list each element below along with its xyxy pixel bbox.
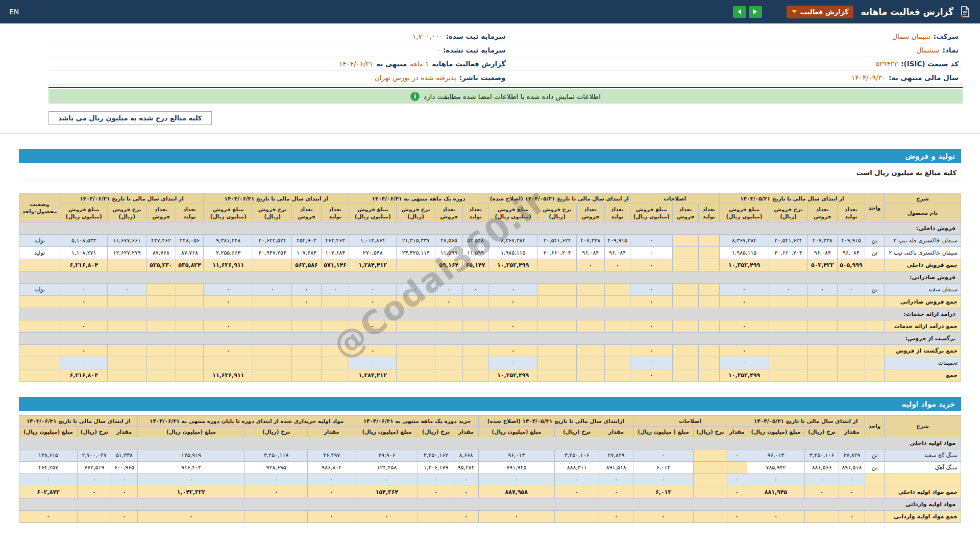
next-report-button[interactable]	[749, 6, 762, 18]
value-cell	[769, 369, 808, 381]
value-cell: ۲۰,۶۶۰,۲۰۴	[538, 246, 577, 259]
unit-cell: تن	[865, 246, 885, 259]
section-label: فروش صادراتی:	[19, 271, 961, 283]
info-value: پذیرفته شده در بورس تهران	[375, 73, 456, 82]
info-value: ۱۴۰۴/۰۶/۳۱	[339, 60, 373, 68]
language-toggle[interactable]: EN	[9, 8, 19, 16]
status-cell	[19, 357, 60, 369]
info-row: سال مالی منتهی به: ۱۴۰۴/۰۹/۳۰ وضعیت ناشر…	[48, 71, 963, 85]
row-label: جمع فروش صادراتی	[885, 295, 961, 308]
value-cell: ۰	[60, 357, 108, 369]
value-cell: ۰	[418, 473, 454, 486]
report-document-icon[interactable]	[959, 6, 971, 18]
info-issuer-status: وضعیت ناشر: پذیرفته شده در بورس تهران	[53, 73, 506, 82]
value-cell	[673, 344, 699, 357]
value-cell	[807, 344, 837, 357]
info-value: ۱۴۰۴/۰۹/۳۰	[851, 73, 886, 82]
value-cell: ۱۱,۵۹۹	[462, 246, 488, 259]
value-cell: ۰	[435, 295, 462, 308]
section-row: برگشت از فروش:	[19, 332, 961, 344]
info-isic-code: کد صنعت (ISIC): ۵۳۹۴۲۳	[506, 60, 959, 68]
value-cell: ۱۱,۶۳۶,۹۱۱	[204, 259, 253, 271]
value-cell: ۱۰۷,۶۸۳	[291, 246, 321, 259]
value-cell: ۲۷۰,۵۴۸	[349, 246, 397, 259]
value-cell: ۲,۷۰۰,۰۴۷	[78, 449, 111, 461]
value-cell: ۶۵,۱۴۷	[462, 259, 488, 271]
value-cell: ۰	[60, 295, 108, 308]
header-subcol: تعداد تولید	[698, 204, 719, 222]
table-row: جمع فروش صادراتی۰۰۰۰۰۰۰۰	[19, 295, 961, 308]
value-cell	[555, 510, 599, 522]
value-cell	[604, 320, 630, 332]
previous-report-button[interactable]	[733, 6, 746, 18]
unit-cell	[865, 295, 885, 308]
value-cell: ۰	[307, 486, 356, 498]
value-cell	[769, 357, 808, 369]
million-rial-note: کلیه مبالغ به میلیون ریال است	[19, 166, 961, 180]
value-cell: ۰	[137, 510, 245, 522]
value-cell: ۰	[769, 283, 808, 295]
row-label: تخفیفات	[885, 357, 961, 369]
value-cell	[538, 369, 577, 381]
value-cell	[837, 357, 865, 369]
value-cell	[673, 357, 699, 369]
value-cell	[435, 320, 462, 332]
header-subcol: نرخ (ریال)	[555, 426, 599, 437]
value-cell	[673, 320, 699, 332]
value-cell: ۰	[111, 473, 137, 486]
status-cell	[19, 320, 60, 332]
value-cell: ۸۸۱,۹۴۵	[747, 486, 805, 498]
value-cell: ۸۹۱,۵۱۸	[599, 461, 633, 473]
row-label: جمع مواد اولیه داخلی	[885, 486, 961, 498]
value-cell	[322, 320, 349, 332]
unit-cell: تن	[865, 461, 885, 473]
table-row: جمع مواد اولیه داخلی۰۰۸۸۱,۹۴۵۰۶,۰۱۳۰۰۸۸۷…	[19, 486, 961, 498]
info-label: سرمایه ثبت شده:	[446, 32, 505, 40]
info-label: منتهی به	[376, 60, 407, 68]
table-row: سنگ آهکتن۸۹۱,۵۱۸۸۸۱,۵۶۶۷۸۵,۹۳۲۶,۰۱۳۸۹۱,۵…	[19, 461, 961, 473]
value-cell: ۶,۲۱۶,۸۰۴	[60, 369, 108, 381]
row-label: جمع مواد اولیه وارداتی	[885, 510, 961, 522]
table-row: جمع مواد اولیه وارداتی۰۰۰۰۰۰۰۰۰۰۰۰	[19, 510, 961, 522]
report-type-dropdown[interactable]: گزارش فعالیت	[787, 6, 854, 18]
header-subcol: مبلغ فروش (میلیون ریال)	[349, 204, 397, 222]
amounts-note-button[interactable]: کلیه مبالغ درج شده به میلیون ریال می باش…	[48, 111, 212, 125]
table-row: جمع فروش داخلی۵۰۵,۹۹۹۵۰۳,۴۲۲۱۰,۳۵۲,۴۹۹۰۰…	[19, 259, 961, 271]
chevron-left-icon	[738, 9, 741, 14]
value-cell	[108, 369, 146, 381]
info-report-period: گزارش فعالیت ماهانه ۱ ماهه منتهی به ۱۴۰۴…	[53, 60, 506, 68]
section-row: فروش داخلی:	[19, 222, 961, 234]
info-value: ۱,۷۰۰,۰۰۰	[412, 32, 443, 40]
value-cell: ۰	[488, 295, 538, 308]
header-group: از ابتدای سال مالی تا تاریخ ۱۴۰۴/۰۵/۳۱ (…	[488, 193, 630, 204]
info-value: ۰	[436, 46, 440, 54]
value-cell: ۰	[599, 473, 633, 486]
header-subcol: مبلغ فروش (میلیون ریال)	[60, 204, 108, 222]
table-row: جمع۱۰,۳۵۲,۴۹۹۰۱۰,۳۵۲,۴۹۹۱,۲۸۴,۴۱۲۱۱,۶۳۶,…	[19, 369, 961, 381]
unit-cell	[865, 369, 885, 381]
value-cell	[291, 344, 321, 357]
value-cell: ۰	[727, 449, 747, 461]
unit-cell	[865, 320, 885, 332]
value-cell	[698, 283, 719, 295]
info-fiscal-year-end: سال مالی منتهی به: ۱۴۰۴/۰۹/۳۰	[506, 73, 959, 82]
value-cell	[108, 357, 146, 369]
value-cell: ۲۷,۸۲۹	[839, 449, 865, 461]
value-cell	[769, 320, 808, 332]
info-unregistered-capital: سرمایه ثبت نشده: ۰	[53, 46, 506, 54]
value-cell: ۱,۱۰۸,۲۷۱	[60, 246, 108, 259]
value-cell: ۰	[727, 486, 747, 498]
value-cell: ۹۶,۰۸۴	[604, 246, 630, 259]
value-cell: ۹۲۸,۶۹۵	[245, 461, 307, 473]
header-group: از ابتدای سال مالی تا تاریخ ۱۴۰۳/۰۶/۳۱	[60, 193, 204, 204]
section-label: مواد اولیه داخلی	[19, 437, 961, 449]
header-subcol: نرخ (ریال)	[245, 426, 307, 437]
value-cell: ۲۰,۵۴۱,۶۲۴	[538, 234, 577, 246]
value-cell: ۰	[19, 473, 78, 486]
value-cell: ۹۶,۰۱۳	[747, 449, 805, 461]
value-cell: ۹۵,۲۸۴	[454, 461, 478, 473]
info-row: کد صنعت (ISIC): ۵۳۹۴۲۳ گزارش فعالیت ماها…	[48, 57, 963, 71]
value-cell: ۰	[719, 357, 769, 369]
value-cell: ۱۰۷,۶۸۳	[322, 246, 349, 259]
value-cell: ۰	[60, 344, 108, 357]
